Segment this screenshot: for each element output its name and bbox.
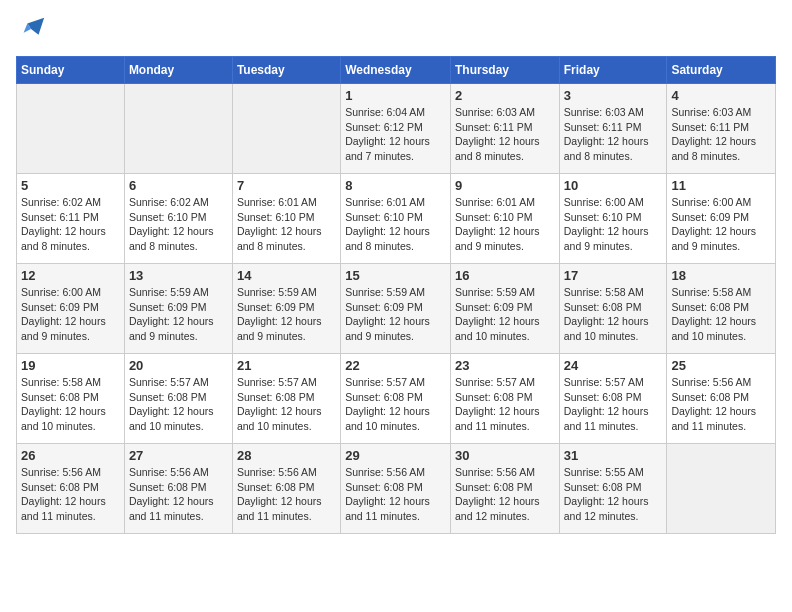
day-cell-19: 19Sunrise: 5:58 AM Sunset: 6:08 PM Dayli… xyxy=(17,354,125,444)
day-info: Sunrise: 5:59 AM Sunset: 6:09 PM Dayligh… xyxy=(237,285,336,344)
day-info: Sunrise: 6:04 AM Sunset: 6:12 PM Dayligh… xyxy=(345,105,446,164)
day-info: Sunrise: 5:57 AM Sunset: 6:08 PM Dayligh… xyxy=(345,375,446,434)
day-number: 15 xyxy=(345,268,446,283)
day-cell-21: 21Sunrise: 5:57 AM Sunset: 6:08 PM Dayli… xyxy=(232,354,340,444)
day-info: Sunrise: 6:00 AM Sunset: 6:10 PM Dayligh… xyxy=(564,195,663,254)
day-info: Sunrise: 5:56 AM Sunset: 6:08 PM Dayligh… xyxy=(671,375,771,434)
day-info: Sunrise: 6:01 AM Sunset: 6:10 PM Dayligh… xyxy=(345,195,446,254)
day-cell-13: 13Sunrise: 5:59 AM Sunset: 6:09 PM Dayli… xyxy=(124,264,232,354)
day-info: Sunrise: 5:57 AM Sunset: 6:08 PM Dayligh… xyxy=(237,375,336,434)
day-number: 8 xyxy=(345,178,446,193)
empty-cell xyxy=(17,84,125,174)
day-cell-10: 10Sunrise: 6:00 AM Sunset: 6:10 PM Dayli… xyxy=(559,174,667,264)
empty-cell xyxy=(232,84,340,174)
day-cell-15: 15Sunrise: 5:59 AM Sunset: 6:09 PM Dayli… xyxy=(341,264,451,354)
day-info: Sunrise: 5:56 AM Sunset: 6:08 PM Dayligh… xyxy=(455,465,555,524)
logo-icon xyxy=(18,16,46,44)
day-info: Sunrise: 6:03 AM Sunset: 6:11 PM Dayligh… xyxy=(455,105,555,164)
day-number: 29 xyxy=(345,448,446,463)
day-info: Sunrise: 6:01 AM Sunset: 6:10 PM Dayligh… xyxy=(455,195,555,254)
day-info: Sunrise: 5:57 AM Sunset: 6:08 PM Dayligh… xyxy=(455,375,555,434)
day-cell-5: 5Sunrise: 6:02 AM Sunset: 6:11 PM Daylig… xyxy=(17,174,125,264)
weekday-header-wednesday: Wednesday xyxy=(341,57,451,84)
day-number: 11 xyxy=(671,178,771,193)
day-info: Sunrise: 5:55 AM Sunset: 6:08 PM Dayligh… xyxy=(564,465,663,524)
week-row-2: 5Sunrise: 6:02 AM Sunset: 6:11 PM Daylig… xyxy=(17,174,776,264)
day-cell-20: 20Sunrise: 5:57 AM Sunset: 6:08 PM Dayli… xyxy=(124,354,232,444)
day-cell-16: 16Sunrise: 5:59 AM Sunset: 6:09 PM Dayli… xyxy=(450,264,559,354)
empty-cell xyxy=(667,444,776,534)
day-cell-25: 25Sunrise: 5:56 AM Sunset: 6:08 PM Dayli… xyxy=(667,354,776,444)
weekday-header-saturday: Saturday xyxy=(667,57,776,84)
day-number: 16 xyxy=(455,268,555,283)
weekday-header-friday: Friday xyxy=(559,57,667,84)
day-number: 23 xyxy=(455,358,555,373)
day-cell-26: 26Sunrise: 5:56 AM Sunset: 6:08 PM Dayli… xyxy=(17,444,125,534)
logo xyxy=(16,16,46,44)
day-info: Sunrise: 5:59 AM Sunset: 6:09 PM Dayligh… xyxy=(345,285,446,344)
week-row-3: 12Sunrise: 6:00 AM Sunset: 6:09 PM Dayli… xyxy=(17,264,776,354)
day-cell-27: 27Sunrise: 5:56 AM Sunset: 6:08 PM Dayli… xyxy=(124,444,232,534)
day-cell-23: 23Sunrise: 5:57 AM Sunset: 6:08 PM Dayli… xyxy=(450,354,559,444)
day-info: Sunrise: 6:00 AM Sunset: 6:09 PM Dayligh… xyxy=(671,195,771,254)
day-number: 10 xyxy=(564,178,663,193)
day-number: 27 xyxy=(129,448,228,463)
day-cell-12: 12Sunrise: 6:00 AM Sunset: 6:09 PM Dayli… xyxy=(17,264,125,354)
day-info: Sunrise: 5:59 AM Sunset: 6:09 PM Dayligh… xyxy=(455,285,555,344)
day-info: Sunrise: 5:56 AM Sunset: 6:08 PM Dayligh… xyxy=(237,465,336,524)
day-cell-18: 18Sunrise: 5:58 AM Sunset: 6:08 PM Dayli… xyxy=(667,264,776,354)
day-number: 13 xyxy=(129,268,228,283)
day-number: 31 xyxy=(564,448,663,463)
day-number: 22 xyxy=(345,358,446,373)
day-number: 12 xyxy=(21,268,120,283)
weekday-header-monday: Monday xyxy=(124,57,232,84)
day-cell-4: 4Sunrise: 6:03 AM Sunset: 6:11 PM Daylig… xyxy=(667,84,776,174)
day-number: 24 xyxy=(564,358,663,373)
day-cell-14: 14Sunrise: 5:59 AM Sunset: 6:09 PM Dayli… xyxy=(232,264,340,354)
day-number: 6 xyxy=(129,178,228,193)
day-info: Sunrise: 5:58 AM Sunset: 6:08 PM Dayligh… xyxy=(564,285,663,344)
day-cell-1: 1Sunrise: 6:04 AM Sunset: 6:12 PM Daylig… xyxy=(341,84,451,174)
empty-cell xyxy=(124,84,232,174)
day-info: Sunrise: 5:57 AM Sunset: 6:08 PM Dayligh… xyxy=(129,375,228,434)
weekday-header-sunday: Sunday xyxy=(17,57,125,84)
day-cell-29: 29Sunrise: 5:56 AM Sunset: 6:08 PM Dayli… xyxy=(341,444,451,534)
day-number: 1 xyxy=(345,88,446,103)
day-cell-9: 9Sunrise: 6:01 AM Sunset: 6:10 PM Daylig… xyxy=(450,174,559,264)
day-cell-17: 17Sunrise: 5:58 AM Sunset: 6:08 PM Dayli… xyxy=(559,264,667,354)
week-row-5: 26Sunrise: 5:56 AM Sunset: 6:08 PM Dayli… xyxy=(17,444,776,534)
weekday-header-thursday: Thursday xyxy=(450,57,559,84)
day-number: 4 xyxy=(671,88,771,103)
day-number: 17 xyxy=(564,268,663,283)
day-number: 19 xyxy=(21,358,120,373)
day-info: Sunrise: 5:56 AM Sunset: 6:08 PM Dayligh… xyxy=(345,465,446,524)
day-number: 18 xyxy=(671,268,771,283)
day-number: 26 xyxy=(21,448,120,463)
svg-marker-0 xyxy=(27,18,44,35)
day-info: Sunrise: 6:02 AM Sunset: 6:10 PM Dayligh… xyxy=(129,195,228,254)
day-cell-28: 28Sunrise: 5:56 AM Sunset: 6:08 PM Dayli… xyxy=(232,444,340,534)
day-cell-22: 22Sunrise: 5:57 AM Sunset: 6:08 PM Dayli… xyxy=(341,354,451,444)
day-info: Sunrise: 5:57 AM Sunset: 6:08 PM Dayligh… xyxy=(564,375,663,434)
day-number: 30 xyxy=(455,448,555,463)
page-header xyxy=(16,16,776,44)
day-number: 3 xyxy=(564,88,663,103)
day-info: Sunrise: 5:56 AM Sunset: 6:08 PM Dayligh… xyxy=(129,465,228,524)
weekday-header-tuesday: Tuesday xyxy=(232,57,340,84)
day-number: 21 xyxy=(237,358,336,373)
day-info: Sunrise: 5:58 AM Sunset: 6:08 PM Dayligh… xyxy=(21,375,120,434)
week-row-1: 1Sunrise: 6:04 AM Sunset: 6:12 PM Daylig… xyxy=(17,84,776,174)
day-number: 14 xyxy=(237,268,336,283)
day-cell-11: 11Sunrise: 6:00 AM Sunset: 6:09 PM Dayli… xyxy=(667,174,776,264)
calendar-table: SundayMondayTuesdayWednesdayThursdayFrid… xyxy=(16,56,776,534)
day-cell-3: 3Sunrise: 6:03 AM Sunset: 6:11 PM Daylig… xyxy=(559,84,667,174)
day-number: 9 xyxy=(455,178,555,193)
day-info: Sunrise: 5:58 AM Sunset: 6:08 PM Dayligh… xyxy=(671,285,771,344)
day-info: Sunrise: 6:03 AM Sunset: 6:11 PM Dayligh… xyxy=(564,105,663,164)
day-info: Sunrise: 5:56 AM Sunset: 6:08 PM Dayligh… xyxy=(21,465,120,524)
day-info: Sunrise: 6:03 AM Sunset: 6:11 PM Dayligh… xyxy=(671,105,771,164)
day-cell-30: 30Sunrise: 5:56 AM Sunset: 6:08 PM Dayli… xyxy=(450,444,559,534)
day-cell-7: 7Sunrise: 6:01 AM Sunset: 6:10 PM Daylig… xyxy=(232,174,340,264)
day-number: 2 xyxy=(455,88,555,103)
week-row-4: 19Sunrise: 5:58 AM Sunset: 6:08 PM Dayli… xyxy=(17,354,776,444)
